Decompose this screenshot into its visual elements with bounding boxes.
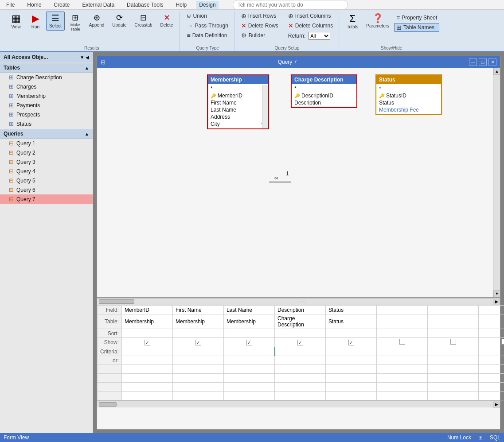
grid-cell-show-7[interactable]	[479, 338, 504, 347]
grid-cell-sort-2[interactable]	[224, 329, 275, 338]
show-checkbox-1[interactable]	[195, 340, 201, 345]
minimize-button[interactable]: ─	[469, 58, 477, 66]
builder-button[interactable]: ⚙ Builder	[239, 31, 281, 40]
resize-handle[interactable]: · · · · ·	[299, 299, 306, 304]
grid-cell-sort-7[interactable]	[479, 329, 504, 338]
grid-scroll-right-btn[interactable]: ▶	[493, 401, 500, 408]
grid-cell-field-5[interactable]	[377, 306, 428, 314]
grid-cell-sort-1[interactable]	[173, 329, 224, 338]
grid-cell-or-3[interactable]	[275, 356, 326, 365]
nav-item-payments[interactable]: ⊞ Payments	[0, 101, 93, 110]
grid-cell-extra4-0[interactable]	[122, 392, 173, 400]
show-checkbox-4[interactable]	[348, 340, 354, 345]
grid-cell-show-0[interactable]	[122, 338, 173, 347]
grid-cell-criteria-1[interactable]	[173, 347, 224, 356]
menu-file[interactable]: File	[4, 1, 17, 9]
grid-cell-show-2[interactable]	[224, 338, 275, 347]
nav-item-query5[interactable]: ⊟ Query 5	[0, 176, 93, 185]
grid-hscroll-thumb[interactable]	[99, 402, 117, 407]
grid-cell-extra3-7[interactable]	[479, 383, 504, 392]
table-scrollbar[interactable]	[262, 85, 268, 128]
delete-rows-button[interactable]: ✕ Delete Rows	[239, 21, 281, 30]
grid-cell-field-1[interactable]: First Name	[173, 306, 224, 314]
insert-rows-button[interactable]: ⊕ Insert Rows	[239, 12, 281, 20]
cd-field-descriptionid[interactable]: 🔑 DescriptionID	[294, 92, 354, 99]
table-status[interactable]: Status * 🔑 StatusID Status	[375, 74, 442, 115]
search-input[interactable]	[233, 0, 348, 10]
insert-columns-button[interactable]: ⊕ Insert Columns	[286, 12, 335, 20]
nav-item-charge-description[interactable]: ⊞ Charge Description	[0, 73, 93, 82]
delete-button[interactable]: ✕ Delete	[157, 12, 176, 30]
grid-cell-criteria-2[interactable]	[224, 347, 275, 356]
grid-cell-table-0[interactable]: Membership	[122, 314, 173, 329]
parameters-button[interactable]: ❓ Parameters	[363, 12, 392, 31]
append-button[interactable]: ⊕ Append	[86, 12, 107, 30]
delete-columns-button[interactable]: ✕ Delete Columns	[286, 21, 335, 30]
show-checkbox-6[interactable]	[450, 339, 456, 345]
table-names-button[interactable]: ⊞ Table Names	[394, 23, 439, 32]
membership-field-lastname[interactable]: Last Name	[211, 106, 266, 113]
select-button[interactable]: ☰ Select	[46, 12, 65, 31]
grid-cell-show-4[interactable]	[326, 338, 377, 347]
grid-cell-extra4-4[interactable]	[326, 392, 377, 400]
grid-cell-table-2[interactable]: Membership	[224, 314, 275, 329]
grid-cell-sort-4[interactable]	[326, 329, 377, 338]
grid-cell-table-3[interactable]: Charge Description	[275, 314, 326, 329]
grid-cell-field-0[interactable]: MemberID	[122, 306, 173, 314]
grid-cell-table-4[interactable]: Status	[326, 314, 377, 329]
status-field-status[interactable]: Status	[379, 99, 438, 106]
cd-field-description[interactable]: Description	[294, 99, 354, 106]
grid-cell-extra4-7[interactable]	[479, 392, 504, 400]
menu-create[interactable]: Create	[51, 1, 72, 9]
pass-through-button[interactable]: → Pass-Through	[184, 21, 230, 30]
status-field-statusid[interactable]: 🔑 StatusID	[379, 92, 438, 99]
grid-cell-show-3[interactable]	[275, 338, 326, 347]
membership-field-address[interactable]: Address	[211, 113, 266, 120]
nav-item-query3[interactable]: ⊟ Query 3	[0, 157, 93, 167]
update-button[interactable]: ⟳ Update	[109, 12, 129, 30]
menu-external-data[interactable]: External Data	[79, 1, 117, 9]
grid-cell-criteria-6[interactable]	[428, 347, 479, 356]
grid-cell-extra2-2[interactable]	[224, 374, 275, 383]
membership-field-city[interactable]: City ▼	[211, 120, 266, 128]
grid-cell-field-4[interactable]: Status	[326, 306, 377, 314]
grid-cell-field-3[interactable]: Description	[275, 306, 326, 314]
grid-cell-show-5[interactable]	[377, 338, 428, 347]
scroll-up-btn[interactable]: ▲	[493, 68, 500, 75]
crosstab-button[interactable]: ⊟ Crosstab	[132, 12, 156, 30]
tables-section-header[interactable]: Tables ▲	[0, 63, 93, 73]
property-sheet-button[interactable]: ≡ Property Sheet	[394, 13, 439, 22]
grid-cell-extra2-1[interactable]	[173, 374, 224, 383]
grid-cell-field-7[interactable]	[479, 306, 504, 314]
data-definition-button[interactable]: ≡ Data Definition	[184, 31, 230, 40]
grid-cell-extra4-3[interactable]	[275, 392, 326, 400]
grid-cell-extra3-5[interactable]	[377, 383, 428, 392]
grid-cell-extra1-3[interactable]	[275, 365, 326, 374]
grid-cell-or-5[interactable]	[377, 356, 428, 365]
grid-cell-extra2-3[interactable]	[275, 374, 326, 383]
grid-cell-extra4-1[interactable]	[173, 392, 224, 400]
grid-cell-show-1[interactable]	[173, 338, 224, 347]
nav-item-query6[interactable]: ⊟ Query 6	[0, 185, 93, 194]
grid-cell-extra4-6[interactable]	[428, 392, 479, 400]
grid-cell-extra4-2[interactable]	[224, 392, 275, 400]
grid-cell-extra3-1[interactable]	[173, 383, 224, 392]
grid-cell-table-1[interactable]: Membership	[173, 314, 224, 329]
union-button[interactable]: ⊎ Union	[184, 12, 230, 20]
grid-cell-or-0[interactable]	[122, 356, 173, 365]
grid-cell-extra2-0[interactable]	[122, 374, 173, 383]
show-checkbox-5[interactable]	[399, 339, 405, 345]
view-button[interactable]: ▦ View	[7, 12, 25, 31]
diagram-area[interactable]: ∞ 1 Membership * 🔑 MemberID	[97, 68, 500, 298]
grid-cell-extra3-4[interactable]	[326, 383, 377, 392]
grid-cell-extra2-6[interactable]	[428, 374, 479, 383]
nav-item-prospects[interactable]: ⊞ Prospects	[0, 110, 93, 119]
maximize-button[interactable]: □	[479, 58, 487, 66]
grid-cell-sort-6[interactable]	[428, 329, 479, 338]
diagram-vscrollbar[interactable]: ▲ ▼	[493, 68, 500, 297]
menu-database-tools[interactable]: Database Tools	[124, 1, 166, 9]
grid-cell-criteria-3[interactable]	[275, 347, 326, 356]
grid-cell-field-6[interactable]	[428, 306, 479, 314]
grid-cell-field-2[interactable]: Last Name	[224, 306, 275, 314]
status-field-membership-fee[interactable]: Membership Fee	[379, 106, 438, 113]
